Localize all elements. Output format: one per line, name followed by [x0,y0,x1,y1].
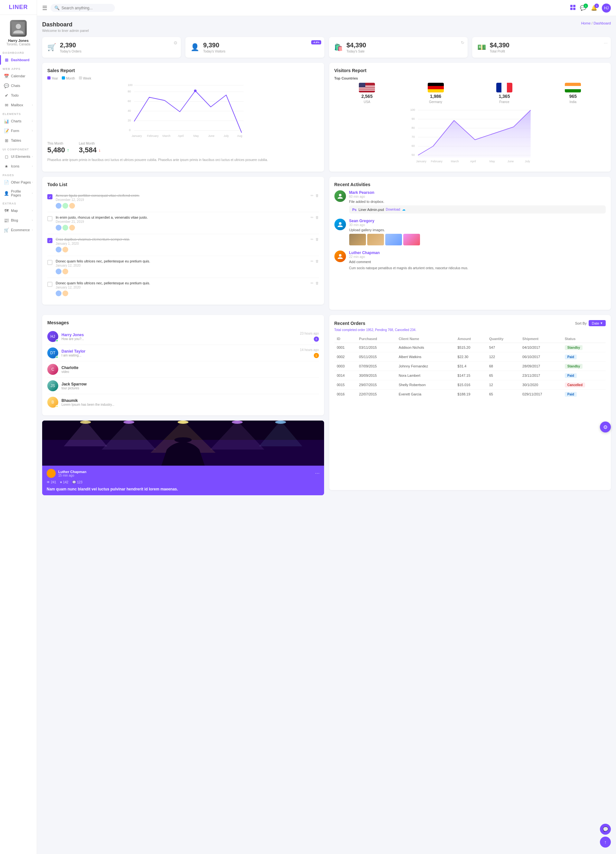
sidebar-item-mailbox[interactable]: ✉ Mailbox › [0,100,37,110]
country-germany: 1,986 Germany [403,83,468,104]
download-link[interactable]: Download [386,208,400,211]
message-item-5[interactable]: B Bhaumik Lorem Ipsum has been the indus… [47,394,319,410]
activity-avatar-sean [335,219,346,230]
bottom-fabs: 💬 ↑ [600,824,611,848]
mail-icon: ✉ [4,102,9,108]
sales-refresh[interactable]: ↻ [461,40,464,45]
grid-button[interactable] [570,5,575,11]
todo-checkbox-3[interactable]: ✓ [47,238,52,243]
sidebar-item-blog[interactable]: 📰 Blog › [0,215,37,225]
todo-avatar [56,290,61,296]
sidebar-item-todo[interactable]: ✔ Todo [0,90,37,100]
msg-name-2: Daniel Taylor [61,349,297,354]
todo-checkbox-5[interactable] [47,282,52,287]
comments-icon: 💬 [72,480,76,484]
likes-icon: ♥ [60,480,62,484]
sort-button[interactable]: Date ▾ [589,320,606,326]
message-item-3[interactable]: C Charlotte video [47,361,319,378]
svg-text:90: 90 [411,117,415,120]
todo-text-2: In enim justo, rhoncus ut imperdiet a, v… [56,215,319,219]
msg-preview-5: Lorem Ipsum has been the industry... [61,403,319,406]
cell-amount: $15.016 [455,380,487,390]
todo-edit-btn[interactable]: ✏ [310,237,313,241]
cell-amount: $515.20 [455,343,487,352]
todo-checkbox-4[interactable] [47,260,52,265]
sales-icon: 🛍️ [334,43,343,52]
todo-delete-btn[interactable]: 🗑 [315,237,319,241]
search-icon: 🔍 [55,6,59,10]
message-item-4[interactable]: JS Jack Sparrow tour pictures [47,378,319,394]
concert-image [42,421,324,466]
top-countries: 2,565 USA 1,986 Germany 1,365 France [335,83,606,104]
todo-edit-btn[interactable]: ✏ [310,281,313,285]
hamburger-button[interactable]: ☰ [42,5,47,12]
cell-id: 0002 [335,352,357,361]
search-input[interactable] [61,6,106,10]
todo-delete-btn[interactable]: 🗑 [315,215,319,220]
settings-fab[interactable]: ⚙ [600,421,611,433]
message-item-1[interactable]: HJ Harry Jones How are you?... 23 hours … [47,328,319,345]
svg-point-61 [275,421,286,424]
messages-button[interactable]: 💬 1 [580,5,586,11]
todo-item-3: ✓ Cras dapibus-vivamus-elementum-semper-… [47,234,319,256]
sidebar-item-calendar[interactable]: 📅 Calendar [0,71,37,81]
sidebar-item-tables[interactable]: ⊞ Tables [0,136,37,145]
cell-amount: $22.30 [455,352,487,361]
social-likes[interactable]: ♥ 142 [60,480,68,484]
gallery-img-3 [385,234,402,246]
cell-client: Johnny Fernandez [396,361,455,371]
country-india: 965 India [540,83,606,104]
scroll-top-fab[interactable]: ↑ [600,837,611,848]
sidebar-item-form[interactable]: 📝 Form › [0,126,37,136]
orders-value: 2,390 [60,41,81,49]
social-options-btn[interactable]: ⋯ [315,471,319,476]
chat-fab[interactable]: 💬 [600,824,611,835]
notifications-button[interactable]: 🔔 1 [591,5,597,11]
orders-options[interactable]: ⚙ [173,40,178,46]
todo-delete-btn[interactable]: 🗑 [315,259,319,264]
sidebar-item-ui-elements[interactable]: ◻ UI Elements › [0,152,37,161]
social-comments[interactable]: 💬 123 [72,480,82,484]
todo-edit-btn[interactable]: ✏ [310,259,313,264]
todo-date-3: January 1, 2020 [56,242,319,246]
orders-table: ID Purchased Client Name Amount Quantity… [335,335,606,399]
sidebar-item-ecommerce[interactable]: 🛒 Ecommerce › [0,225,37,235]
cell-id: 0001 [335,343,357,352]
msg-avatar-harry: HJ [47,331,58,342]
todo-text-5: Donec quam felis ultrices nec, pellentes… [56,281,319,285]
todo-delete-btn[interactable]: 🗑 [315,194,319,198]
sidebar-item-other-pages[interactable]: 📄 Other Pages › [0,177,37,187]
sidebar-item-dashboard[interactable]: ⊞ Dashboard [0,55,37,65]
profit-options[interactable]: ··· [604,40,608,46]
sidebar-item-icons[interactable]: ★ Icons › [0,161,37,171]
sidebar-item-chats[interactable]: 💬 Chats [0,81,37,90]
section-ui: UI COMPONENT [0,145,37,152]
todo-item-4: Donec quam felis ultrices nec, pellentes… [47,256,319,278]
other-pages-icon: 📄 [4,180,9,185]
social-card-footer: Luther Chapman 15 min ago ⋯ 👁 [42,466,324,495]
trend-up-icon: ↑ [67,148,69,152]
todo-delete-btn[interactable]: 🗑 [315,281,319,285]
sidebar-item-charts[interactable]: 📊 Charts › [0,116,37,126]
sidebar-item-profile-pages[interactable]: 👤 Profile Pages › [0,187,37,199]
visitors-badge: -4.8% [311,40,321,44]
page-title: Dashboard [42,21,89,28]
todo-checkbox-1[interactable]: ✓ [47,194,52,199]
status-badge: Standby [565,364,583,369]
msg-avatar-bhaumik: B [47,397,58,408]
section-web-apps: WEB APPS [0,65,37,71]
avatar [10,20,27,37]
svg-text:February: February [147,134,159,137]
todo-checkbox-2[interactable] [47,216,52,221]
views-icon: 👁 [47,480,50,484]
section-dashboard: DASHBOARD [0,49,37,55]
todo-edit-btn[interactable]: ✏ [310,194,313,198]
sidebar-item-map[interactable]: 🗺 Map › [0,206,37,215]
search-bar[interactable]: 🔍 [50,4,115,12]
user-avatar-button[interactable]: HJ [602,3,611,12]
col-id: ID [335,335,357,343]
todo-icon: ✔ [4,93,9,98]
todo-edit-btn[interactable]: ✏ [310,215,313,220]
cell-quantity: 65 [487,371,520,380]
message-item-2[interactable]: DT Daniel Taylor I am waiting... 14 hour… [47,345,319,361]
